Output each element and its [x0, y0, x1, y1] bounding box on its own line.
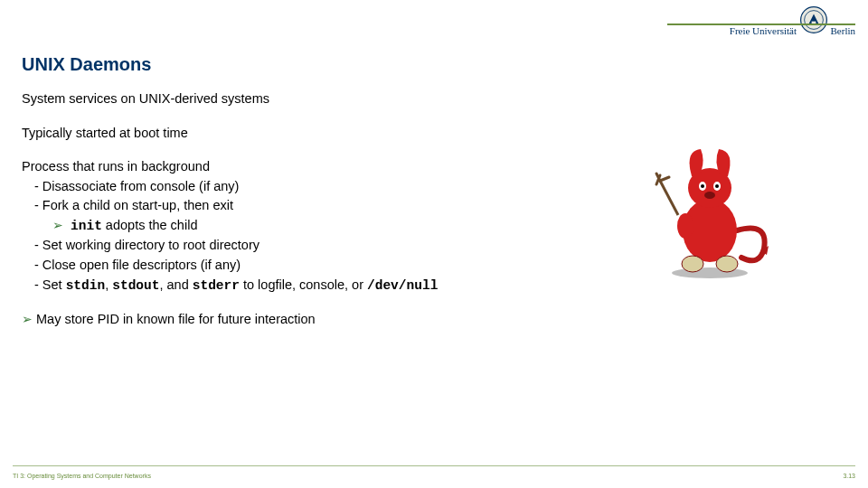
- code: stderr: [193, 278, 240, 293]
- slide-title: UNIX Daemons: [22, 54, 151, 75]
- svg-point-12: [682, 256, 703, 272]
- footer: TI 3: Operating Systems and Computer Net…: [13, 473, 855, 479]
- code: stdin: [66, 278, 106, 293]
- svg-point-8: [701, 184, 704, 188]
- footer-divider: [13, 465, 855, 466]
- text: to logfile, console, or: [240, 277, 367, 292]
- text: adopts the child: [102, 218, 198, 232]
- footer-right: 3.13: [843, 473, 855, 479]
- header-logo-block: Freie Universität Berlin: [730, 5, 855, 36]
- text: , and: [159, 277, 192, 292]
- university-name: Freie Universität Berlin: [730, 5, 855, 36]
- footer-left: TI 3: Operating Systems and Computer Net…: [13, 473, 151, 479]
- svg-line-15: [660, 181, 678, 215]
- svg-point-11: [704, 192, 715, 199]
- header-underline: [667, 23, 855, 25]
- code: init: [71, 219, 102, 233]
- bsd-daemon-mascot-icon: [651, 145, 769, 280]
- paragraph: System services on UNIX-derived systems: [22, 90, 846, 108]
- svg-point-10: [715, 184, 719, 188]
- bullet-arrow: May store PID in known file for future i…: [22, 311, 846, 329]
- svg-point-13: [716, 256, 738, 272]
- university-name-pre: Freie Universität: [730, 25, 797, 36]
- code: /dev/null: [367, 278, 438, 293]
- paragraph: Typically started at boot time: [22, 125, 846, 143]
- svg-point-3: [672, 267, 748, 278]
- text: Set: [42, 277, 66, 292]
- seal-icon: [799, 5, 828, 34]
- svg-point-14: [677, 213, 693, 239]
- slide: Freie Universität Berlin UNIX Daemons Sy…: [0, 0, 868, 488]
- university-name-post: Berlin: [831, 25, 856, 36]
- code: stdout: [112, 278, 159, 293]
